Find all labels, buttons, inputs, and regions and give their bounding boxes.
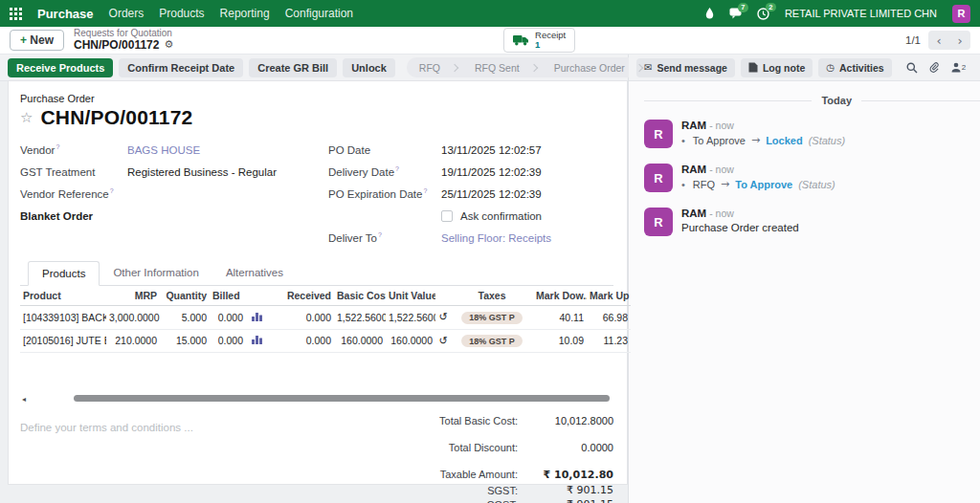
tab-alternatives[interactable]: Alternatives: [212, 261, 297, 285]
control-panel: New Requests for Quotation CHN/PO/001172…: [0, 27, 980, 55]
user-avatar[interactable]: R: [952, 5, 970, 23]
confirm-receipt-date-button[interactable]: Confirm Receipt Date: [119, 58, 243, 77]
gst-treatment-field[interactable]: Registered Business - Regular: [127, 166, 277, 178]
table-row[interactable]: [104339103] BACK BAGS 3,000.0000 5.000 0…: [20, 306, 631, 330]
col-quantity[interactable]: Quantity: [160, 286, 210, 306]
receive-products-button[interactable]: Receive Products: [8, 58, 113, 77]
tax-badge[interactable]: 18% GST P: [461, 335, 523, 347]
order-lines-table: Product MRP Quantity Billed Received Bas…: [20, 286, 631, 353]
receipt-stat-button[interactable]: Receipt 1: [503, 28, 575, 54]
company-name[interactable]: RETAIL PRIVATE LIMITED CHN: [785, 8, 937, 19]
favorite-star-icon[interactable]: ☆: [20, 109, 33, 126]
form-sheet: Purchase Order ☆ CHN/PO/001172 VendorBAG…: [8, 81, 628, 485]
menu-configuration[interactable]: Configuration: [285, 7, 353, 20]
col-mrp[interactable]: MRP: [106, 286, 160, 306]
followers-icon[interactable]: 2: [951, 62, 966, 73]
message-tracking: R RAM- now RFQ → To Approve (Status): [644, 164, 980, 192]
message-feed: Today R RAM- now To Approve → Locked (St…: [629, 81, 980, 265]
total-basic-cost-label: Total Basic Cost:: [439, 415, 518, 426]
col-received[interactable]: Received: [267, 286, 334, 306]
totals-block: Total Basic Cost:10,012.8000 Total Disco…: [357, 412, 613, 503]
horizontal-scrollbar[interactable]: ◂: [20, 395, 613, 403]
app-name[interactable]: Purchase: [37, 7, 94, 21]
notebook-tabs: Products Other Information Alternatives: [20, 261, 613, 286]
tab-other-information[interactable]: Other Information: [100, 261, 212, 285]
terms-and-conditions-input[interactable]: Define your terms and conditions ...: [20, 412, 357, 503]
tracking-new-value: To Approve: [735, 179, 792, 190]
col-unit-value[interactable]: Unit Value: [386, 286, 435, 306]
apps-menu-icon[interactable]: [10, 8, 22, 20]
pager-previous-icon[interactable]: ‹: [928, 31, 949, 50]
attachments-icon[interactable]: [929, 62, 940, 74]
menu-reporting[interactable]: Reporting: [220, 7, 270, 20]
ask-confirmation-checkbox[interactable]: [441, 210, 453, 222]
tracking-old-value: RFQ: [693, 179, 715, 190]
tax-badge[interactable]: 18% GST P: [461, 312, 523, 324]
history-icon[interactable]: ↺: [435, 329, 451, 353]
document-type-label: Purchase Order: [20, 93, 613, 104]
delivery-date-field[interactable]: 19/11/2025 12:02:39: [441, 166, 542, 178]
top-navbar: Purchase Orders Products Reporting Confi…: [0, 0, 980, 27]
create-gr-bill-button[interactable]: Create GR Bill: [249, 58, 337, 77]
col-basic-cost[interactable]: Basic Cost: [334, 286, 386, 306]
vendor-reference-label: Vendor Reference: [20, 187, 127, 200]
new-button[interactable]: New: [10, 30, 64, 51]
sgst-value: ₹ 901.15: [531, 484, 613, 496]
tracking-old-value: To Approve: [693, 135, 746, 146]
history-icon[interactable]: ↺: [435, 306, 451, 330]
activities-icon[interactable]: 2: [757, 8, 769, 20]
table-row[interactable]: [20105016] JUTE BAGS 210.0000 15.000 0.0…: [20, 329, 631, 353]
po-date-field[interactable]: 13/11/2025 12:02:57: [441, 144, 542, 156]
deliver-to-label: Deliver To: [328, 231, 441, 244]
product-link[interactable]: [20105016] JUTE BAGS: [20, 329, 106, 353]
search-messages-icon[interactable]: [906, 62, 918, 74]
col-billed[interactable]: Billed: [210, 286, 246, 306]
today-divider: Today: [644, 95, 980, 106]
col-taxes[interactable]: Taxes: [451, 286, 533, 306]
po-expiration-date-field[interactable]: 25/11/2025 12:02:39: [441, 188, 542, 200]
po-date-label: PO Date: [328, 144, 441, 156]
forecast-chart-icon[interactable]: [246, 306, 267, 330]
pager: 1/1 ‹ ›: [905, 31, 970, 50]
breadcrumb: Requests for Quotation CHN/PO/001172 ⚙: [74, 28, 173, 52]
message-avatar: R: [644, 208, 673, 236]
product-link[interactable]: [104339103] BACK BAGS: [20, 306, 106, 330]
statusbar-step-rfq[interactable]: RFQ: [411, 62, 466, 74]
chatter-toolbar: ✉ Send message Log note ◷ Activities 2: [629, 55, 980, 81]
vendor-field[interactable]: BAGS HOUSE: [127, 144, 200, 156]
send-message-button[interactable]: ✉ Send message: [636, 58, 735, 77]
scrollbar-thumb[interactable]: [74, 395, 610, 402]
droplet-icon[interactable]: [705, 8, 714, 19]
taxable-amount-value: ₹ 10,012.80: [531, 469, 613, 481]
message-note: R RAM- now Purchase Order created: [644, 208, 980, 236]
col-mark-down[interactable]: Mark Dow...: [533, 286, 587, 306]
note-icon: [748, 62, 758, 73]
cgst-value: ₹ 901.15: [531, 498, 613, 503]
messages-badge: 7: [738, 3, 748, 12]
col-mark-up[interactable]: Mark Up %: [587, 286, 631, 306]
message-avatar: R: [644, 164, 673, 192]
log-note-button[interactable]: Log note: [741, 58, 813, 77]
col-product[interactable]: Product: [20, 286, 106, 306]
deliver-to-field[interactable]: Selling Floor: Receipts: [441, 232, 551, 244]
menu-products[interactable]: Products: [159, 7, 204, 20]
statusbar-step-rfq-sent[interactable]: RFQ Sent: [466, 62, 546, 74]
arrow-right-icon: →: [721, 178, 729, 190]
total-basic-cost-value: 10,012.8000: [531, 415, 613, 426]
cgst-label: CGST:: [487, 499, 518, 503]
tracking-field-name: (Status): [809, 135, 846, 146]
settings-gear-icon[interactable]: ⚙: [164, 39, 173, 52]
scroll-left-icon[interactable]: ◂: [22, 395, 26, 404]
message-time: - now: [709, 164, 734, 175]
unlock-button[interactable]: Unlock: [343, 58, 395, 77]
messages-icon[interactable]: 7: [729, 8, 742, 19]
gst-treatment-label: GST Treatment: [20, 166, 127, 178]
menu-orders[interactable]: Orders: [109, 7, 145, 20]
envelope-icon: ✉: [644, 62, 652, 73]
activities-button[interactable]: ◷ Activities: [818, 58, 891, 77]
forecast-chart-icon[interactable]: [246, 329, 267, 353]
pager-next-icon[interactable]: ›: [949, 31, 970, 50]
tab-products[interactable]: Products: [28, 261, 100, 286]
po-expiration-date-label: PO Expiration Date: [328, 187, 441, 200]
tracking-new-value: Locked: [766, 135, 803, 146]
